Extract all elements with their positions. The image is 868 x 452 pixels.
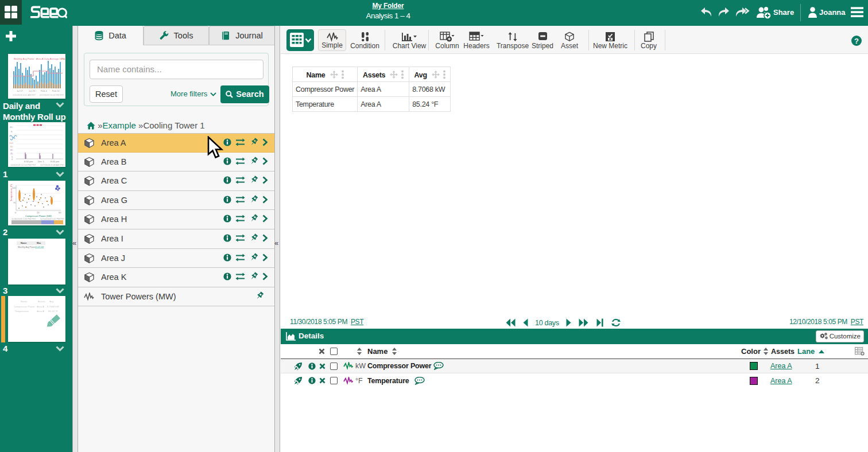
svg-text:1/15/2013 4:01 AM PST: 1/15/2013 4:01 AM PST	[13, 94, 36, 96]
svg-text:12/7/2018 8:48 AM PST: 12/7/2018 8:48 AM PST	[40, 163, 65, 166]
svg-text:Jul 25: Jul 25	[29, 89, 36, 92]
svg-text:6:00 pm: 6:00 pm	[24, 160, 33, 163]
svg-text:0: 0	[15, 211, 17, 214]
svg-text:12/10/2018 5:05 PM PST: 12/10/2018 5:05 PM PST	[40, 218, 65, 220]
svg-text:Name: Name	[21, 242, 26, 244]
svg-text:60: 60	[10, 145, 13, 148]
svg-text:Feb 11: Feb 11	[52, 89, 60, 92]
svg-text:Temperature: Temperature	[15, 310, 29, 313]
svg-text:45: 45	[10, 152, 13, 155]
svg-text:Area A: Area A	[37, 305, 44, 308]
svg-text:40: 40	[10, 126, 13, 128]
svg-text:2/17/2013 10:20 PM PST: 2/17/2013 10:20 PM PST	[40, 94, 64, 96]
svg-text:Feb 4: Feb 4	[41, 89, 47, 92]
svg-text:85.24 °F: 85.24 °F	[48, 310, 58, 313]
svg-text:Dec 1: Dec 1	[38, 160, 45, 163]
svg-text:85: 85	[10, 149, 13, 151]
svg-text:Compressor Power: Compressor Power	[14, 305, 35, 308]
svg-text:13.49 kW: 13.49 kW	[35, 246, 44, 248]
svg-text:Compressor Power (kW): Compressor Power (kW)	[25, 215, 52, 217]
svg-text:6:00 pm: 6:00 pm	[51, 160, 60, 163]
svg-text:Monthly Avg Power : Area A Dai: Monthly Avg Power : Area A Daily Average…	[14, 57, 65, 60]
svg-text:?: ?	[854, 37, 859, 45]
svg-text:Max: Max	[37, 242, 41, 244]
svg-text:8.7068 kW: 8.7068 kW	[47, 305, 59, 308]
svg-text:20: 20	[37, 211, 40, 214]
svg-text:0: 0	[11, 158, 13, 161]
svg-text:75: 75	[13, 201, 16, 204]
svg-text:Name: Name	[21, 300, 28, 303]
svg-text:8: 8	[11, 130, 13, 133]
svg-text:100: 100	[12, 186, 16, 189]
svg-text:Assets: Assets	[38, 300, 45, 303]
svg-text:11/30/2018 5:05 PM PST: 11/30/2018 5:05 PM PST	[11, 218, 36, 220]
svg-text:11/4/2018 12:24 PM PST: 11/4/2018 12:24 PM PST	[10, 163, 36, 166]
svg-text:Jul 17: Jul 17	[17, 89, 24, 92]
svg-text:Avg: Avg	[49, 300, 54, 303]
svg-text:Monthly Avg Power: Monthly Avg Power	[18, 246, 36, 248]
svg-text:150: 150	[9, 142, 13, 145]
svg-text:60: 60	[59, 211, 61, 214]
svg-text:Area A: Area A	[37, 310, 44, 313]
